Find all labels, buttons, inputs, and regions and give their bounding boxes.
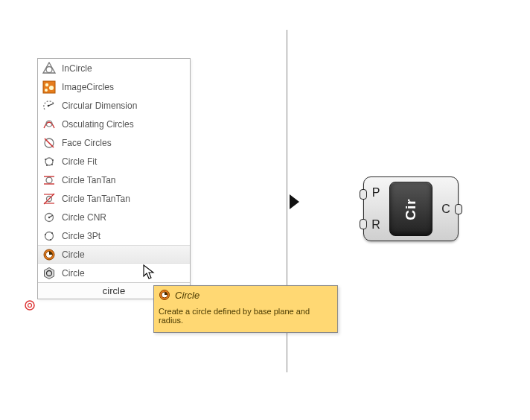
svg-point-5 (45, 83, 48, 86)
tooltip-description: Create a circle defined by base plane an… (159, 307, 333, 325)
menu-item-label: Circular Dimension (62, 101, 137, 111)
menu-item-circle-component[interactable]: Circle (38, 245, 190, 264)
svg-point-1 (28, 304, 32, 308)
menu-item-tantan[interactable]: Circle TanTan (38, 171, 190, 189)
svg-point-9 (48, 104, 50, 106)
svg-point-7 (45, 89, 48, 92)
circle-component-icon (42, 248, 56, 261)
menu-item-cnr[interactable]: Circle CNR (38, 208, 190, 226)
component-search-menu: InCircle ImageCircles Circular Dimension… (37, 58, 191, 299)
svg-point-30 (51, 232, 53, 233)
output-grip[interactable] (455, 204, 462, 214)
menu-item-osculating[interactable]: Osculating Circles (38, 115, 190, 133)
svg-point-29 (45, 233, 46, 235)
svg-marker-2 (43, 63, 55, 73)
menu-item-label: Circle 3Pt (62, 231, 100, 241)
facecircles-icon (42, 136, 56, 150)
svg-marker-34 (45, 267, 54, 279)
svg-point-3 (46, 66, 52, 72)
tantantan-icon (42, 192, 56, 206)
menu-item-label: Osculating Circles (62, 119, 134, 130)
menu-item-3pt[interactable]: Circle 3Pt (38, 226, 190, 245)
incircle-icon (42, 62, 56, 75)
svg-line-27 (49, 215, 53, 217)
circle-param-icon (42, 267, 56, 280)
circle-node[interactable]: P R Cir C (363, 176, 459, 241)
input-port-p[interactable]: P (372, 186, 380, 200)
menu-item-label: Circle TanTanTan (62, 194, 130, 204)
tantan-icon (42, 174, 56, 187)
node-name: Cir (403, 198, 419, 220)
svg-line-24 (44, 194, 54, 204)
menu-item-label: Circle (62, 268, 85, 279)
imagecircles-icon (42, 80, 56, 94)
svg-point-16 (46, 165, 48, 166)
tooltip-title: Circle (175, 290, 199, 301)
svg-point-31 (50, 238, 51, 240)
menu-item-label: Face Circles (62, 138, 112, 148)
node-inputs: P R (364, 177, 388, 241)
menu-item-imagecircles[interactable]: ImageCircles (38, 77, 190, 96)
menu-item-circlefit[interactable]: Circle Fit (38, 152, 190, 171)
menu-item-label: Circle CNR (62, 212, 106, 223)
osculating-icon (42, 118, 56, 131)
menu-item-circulardimension[interactable]: Circular Dimension (38, 96, 190, 115)
menu-item-label: InCircle (62, 63, 92, 74)
circlefit-icon (42, 155, 56, 168)
insertion-marker-icon (23, 299, 36, 312)
svg-point-18 (46, 177, 52, 183)
menu-item-incircle[interactable]: InCircle (38, 59, 190, 77)
input-grip[interactable] (360, 219, 367, 229)
node-body[interactable]: Cir (389, 182, 432, 236)
menu-item-label: Circle TanTan (62, 175, 115, 185)
svg-point-14 (45, 159, 46, 160)
menu-item-label: Circle (62, 249, 85, 260)
play-indicator-icon (289, 194, 301, 210)
threept-icon (42, 229, 56, 243)
menu-item-label: ImageCircles (62, 82, 114, 92)
menu-item-facecircles[interactable]: Face Circles (38, 133, 190, 152)
svg-point-15 (52, 159, 54, 161)
input-port-r[interactable]: R (371, 218, 380, 232)
svg-point-0 (25, 301, 34, 310)
input-grip[interactable] (360, 189, 367, 200)
output-port-c[interactable]: C (441, 203, 450, 216)
menu-item-tantantan[interactable]: Circle TanTanTan (38, 189, 190, 208)
circulardimension-icon (42, 99, 56, 112)
tooltip-icon (159, 289, 170, 301)
svg-point-17 (51, 164, 53, 165)
menu-item-circle-param[interactable]: Circle (38, 264, 190, 282)
svg-point-6 (49, 86, 54, 90)
menu-item-label: Circle Fit (62, 156, 97, 167)
tooltip: Circle Create a circle defined by base p… (153, 285, 338, 333)
cnr-icon (42, 211, 56, 224)
